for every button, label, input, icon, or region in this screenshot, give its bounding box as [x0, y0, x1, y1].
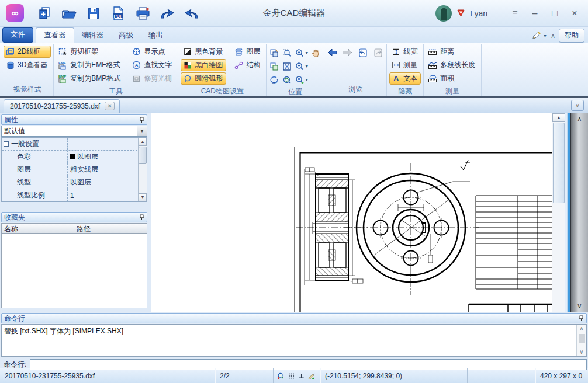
structure-button[interactable]: 结构 — [232, 59, 264, 71]
group-label-cad-settings: CAD绘图设置 — [181, 86, 264, 98]
scroll-up-icon: ▲ — [552, 113, 565, 122]
user-avatar[interactable] — [435, 5, 452, 22]
open-file-button[interactable] — [59, 4, 79, 23]
command-output-scrollbar[interactable]: ∧ ∨ — [576, 325, 586, 356]
collapse-minus-icon[interactable]: − — [4, 141, 9, 147]
style-pen-dropdown[interactable]: ▼ — [532, 31, 547, 40]
hide-measure-button[interactable]: 测量 — [389, 59, 421, 71]
undo-button[interactable] — [157, 4, 177, 23]
tab-viewer[interactable]: 查看器 — [36, 27, 74, 43]
tab-output[interactable]: 输出 — [141, 28, 171, 43]
command-output[interactable]: 替换 [txt.SHX] 字体为 [SIMPLEX.SHX] ∧ ∨ — [1, 324, 587, 357]
pin-icon[interactable] — [579, 315, 584, 322]
status-filename: 20170510-231755-25935.dxf — [0, 368, 215, 383]
layers-button[interactable]: 图层 — [232, 46, 264, 58]
copy-emf-icon: EMF — [58, 61, 68, 70]
copy-bmp-button[interactable]: BMP 复制为BMP格式 — [56, 72, 124, 85]
black-background-icon — [182, 47, 192, 57]
chevron-down-icon[interactable]: ▼ — [137, 126, 147, 136]
distance-icon — [428, 47, 438, 57]
help-button[interactable]: 帮助 — [559, 29, 584, 43]
cad-drawing[interactable] — [151, 113, 552, 312]
view-forward-button[interactable] — [342, 47, 354, 58]
zoom-refresh-button[interactable] — [282, 75, 293, 85]
pin-icon[interactable] — [139, 117, 144, 123]
export-pdf-button[interactable]: PDF — [108, 4, 128, 23]
close-button[interactable]: × — [567, 8, 582, 19]
viewport-scrollbar[interactable]: ▲ — [552, 113, 565, 312]
text-icon: A — [391, 74, 401, 83]
area-button[interactable]: 面积 — [426, 72, 479, 85]
maximize-button[interactable]: □ — [547, 8, 562, 19]
property-group-row[interactable]: −一般设置 — [2, 138, 137, 151]
zoom-out-button[interactable]: ▼ — [295, 61, 309, 72]
document-tab[interactable]: 20170510-231755-25935.dxf ✕ — [4, 99, 120, 113]
measure-arrows-icon — [391, 61, 401, 70]
zoom-window-button[interactable] — [282, 48, 293, 58]
zoom-selected-button[interactable]: ▼ — [295, 75, 309, 85]
structure-icon — [234, 61, 244, 70]
right-collapsed-strip[interactable]: ∧ ∨ — [571, 113, 588, 312]
property-preset-select[interactable]: 默认值 ▼ — [1, 126, 147, 137]
scroll-down-chevron-icon: ∨ — [579, 348, 583, 356]
lineweight-button[interactable]: 线宽 — [389, 46, 421, 58]
copy-view-button[interactable] — [269, 61, 280, 72]
polyline-length-button[interactable]: 多段线长度 — [426, 59, 479, 71]
zoom-in-button[interactable]: ▼ — [295, 48, 309, 58]
rotate-view-button[interactable]: 35° — [269, 75, 280, 85]
ortho-perpendicular-icon[interactable] — [298, 372, 305, 380]
favorites-col-path[interactable]: 路径 — [74, 223, 147, 234]
wireframe-2d-button[interactable]: 2D线框 — [4, 46, 51, 58]
view-back-button[interactable] — [327, 47, 338, 58]
tab-editor[interactable]: 编辑器 — [74, 28, 112, 43]
clip-frame-button[interactable]: 剪切框架 — [56, 46, 124, 58]
copy-emf-button[interactable]: EMF 复制为EMF格式 — [56, 59, 124, 71]
redo-button[interactable] — [182, 4, 202, 23]
favorites-list[interactable] — [1, 234, 147, 308]
ribbon-group-visual-style: 2D线框 3D查看器 视觉样式 — [1, 44, 54, 96]
save-file-button[interactable] — [84, 4, 103, 23]
new-file-button[interactable] — [34, 4, 54, 23]
status-page-indicator: 2/2 — [215, 368, 274, 383]
property-row-linetype[interactable]: 线型 以图层 — [2, 176, 137, 189]
smooth-arc-button[interactable]: 圆滑弧形 — [181, 72, 226, 85]
grid-dots-icon[interactable] — [288, 372, 295, 380]
pin-icon[interactable] — [139, 214, 144, 221]
favorites-col-name[interactable]: 名称 — [1, 223, 74, 234]
jump-back-button[interactable] — [357, 47, 369, 58]
main-area: 属性 默认值 ▼ −一般设置 色彩 以图层 图层 粗实线层 线型 以图层 — [0, 113, 588, 312]
pan-view-button[interactable] — [269, 48, 280, 58]
scrollbar-thumb — [579, 334, 585, 343]
menu-button[interactable]: ≡ — [507, 8, 523, 19]
show-point-button[interactable]: 显示点 — [130, 46, 175, 58]
distance-button[interactable]: 距离 — [426, 46, 479, 58]
property-grid: −一般设置 色彩 以图层 图层 粗实线层 线型 以图层 线型比例 1 ▲ — [1, 137, 147, 202]
property-row-layer[interactable]: 图层 粗实线层 — [2, 163, 137, 176]
tab-file[interactable]: 文件 — [2, 27, 33, 43]
property-row-color[interactable]: 色彩 以图层 — [2, 151, 137, 163]
properties-panel-header: 属性 — [1, 114, 147, 125]
command-panel: 命令行 替换 [txt.SHX] 字体为 [SIMPLEX.SHX] ∧ ∨ 命… — [0, 312, 588, 368]
zoom-marker-icon[interactable] — [277, 371, 285, 381]
hand-pan-button[interactable] — [311, 48, 321, 58]
svg-text:PDF: PDF — [114, 13, 123, 18]
black-background-button[interactable]: 黑色背景 — [181, 46, 226, 58]
hide-text-button[interactable]: A 文本 — [389, 72, 421, 85]
zoom-extents-button[interactable] — [282, 61, 293, 72]
property-row-linetype-scale[interactable]: 线型比例 1 — [2, 189, 137, 202]
cad-viewport[interactable] — [151, 113, 552, 312]
property-grid-scrollbar[interactable]: ▲ ▼ — [138, 138, 147, 201]
bw-drawing-button[interactable]: 黑白绘图 — [181, 59, 226, 71]
find-text-icon: A — [132, 61, 141, 70]
collapse-ribbon-icon[interactable]: ∧ — [551, 32, 555, 40]
print-button[interactable] — [133, 4, 153, 23]
panel-expander-icon[interactable]: ∨ — [571, 100, 584, 111]
minimize-button[interactable]: – — [527, 8, 542, 19]
tab-advanced[interactable]: 高级 — [111, 28, 141, 43]
draft-check-icon[interactable] — [308, 371, 316, 380]
copy-bmp-icon: BMP — [58, 74, 68, 83]
jump-forward-button[interactable] — [372, 47, 384, 58]
document-tab-close-icon[interactable]: ✕ — [105, 102, 115, 110]
viewer-3d-button[interactable]: 3D查看器 — [4, 59, 51, 71]
find-text-button[interactable]: A 查找文字 — [130, 59, 175, 71]
